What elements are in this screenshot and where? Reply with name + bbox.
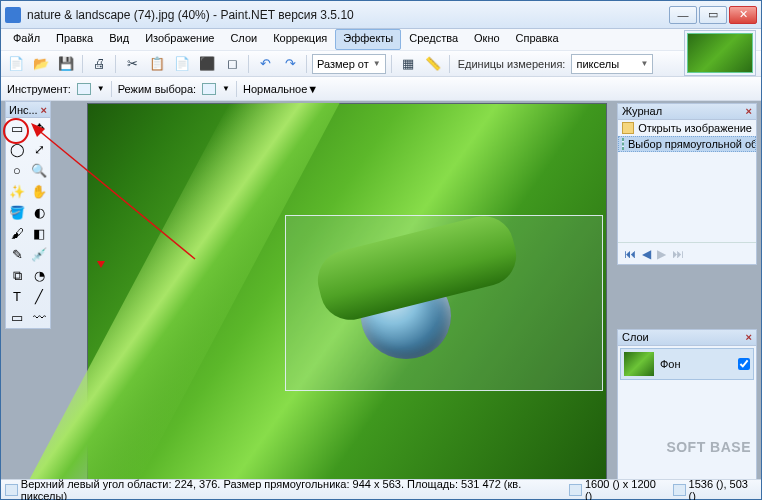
menubar: Файл Правка Вид Изображение Слои Коррекц…	[1, 29, 761, 51]
move-selection-tool[interactable]: ⤢	[28, 139, 50, 160]
canvas[interactable]	[87, 103, 607, 479]
minimize-button[interactable]: —	[669, 6, 697, 24]
open-button[interactable]: 📂	[30, 53, 52, 75]
layers-title: Слои	[622, 331, 649, 344]
grid-button[interactable]: ▦	[397, 53, 419, 75]
ruler-button[interactable]: 📏	[422, 53, 444, 75]
history-close-icon[interactable]: ×	[746, 105, 752, 118]
status-cursor: 1536 (), 503 ()	[689, 478, 757, 501]
gradient-tool[interactable]: ◐	[28, 202, 50, 223]
pan-tool[interactable]: ✋	[28, 181, 50, 202]
toolbox-title: Инс...	[9, 104, 38, 116]
eraser-tool[interactable]: ◧	[28, 223, 50, 244]
layer-visible-checkbox[interactable]	[738, 358, 750, 370]
menu-help[interactable]: Справка	[508, 29, 567, 50]
history-item-rect-select[interactable]: Выбор прямоугольной об...	[618, 136, 756, 152]
zoom-tool[interactable]: 🔍	[28, 160, 50, 181]
menu-effects[interactable]: Эффекты	[335, 29, 401, 50]
menu-file[interactable]: Файл	[5, 29, 48, 50]
workarea: Инс...× ▭ ✥ ◯ ⤢ ○ 🔍 ✨ ✋ 🪣 ◐ 🖌 ◧ ✎ 💉 ⧉ ◔ …	[1, 101, 761, 479]
line-tool[interactable]: ╱	[28, 286, 50, 307]
layers-panel: Слои× Фон	[617, 329, 757, 479]
tool-swatch-icon[interactable]	[77, 83, 91, 95]
text-tool[interactable]: T	[6, 286, 28, 307]
rect-shape-tool[interactable]: ▭	[6, 307, 28, 328]
toolbox-panel: Инс...× ▭ ✥ ◯ ⤢ ○ 🔍 ✨ ✋ 🪣 ◐ 🖌 ◧ ✎ 💉 ⧉ ◔ …	[5, 101, 51, 329]
recolor-tool[interactable]: ◔	[28, 265, 50, 286]
undo-button[interactable]: ↶	[254, 53, 276, 75]
cut-button[interactable]: ✂	[121, 53, 143, 75]
selection-mode-combo[interactable]: Нормальное▼	[243, 83, 343, 95]
clone-tool[interactable]: ⧉	[6, 265, 28, 286]
menu-tools[interactable]: Средства	[401, 29, 466, 50]
redo-button[interactable]: ↷	[279, 53, 301, 75]
freeform-tool[interactable]: 〰	[28, 307, 50, 328]
history-undo-icon[interactable]: ◀	[642, 247, 651, 261]
cursor-pos-icon	[673, 484, 686, 496]
brush-tool[interactable]: 🖌	[6, 223, 28, 244]
window-title: nature & landscape (74).jpg (40%) - Pain…	[27, 8, 669, 22]
paint-bucket-tool[interactable]: 🪣	[6, 202, 28, 223]
paste-button[interactable]: 📄	[171, 53, 193, 75]
size-combo[interactable]: Размер от▼	[312, 54, 386, 74]
close-button[interactable]: ✕	[729, 6, 757, 24]
rect-select-tool[interactable]: ▭	[6, 118, 28, 139]
magic-wand-tool[interactable]: ✨	[6, 181, 28, 202]
watermark: SOFT BASE	[666, 439, 751, 455]
menu-layers[interactable]: Слои	[222, 29, 265, 50]
color-picker-tool[interactable]: 💉	[28, 244, 50, 265]
dimensions-icon	[569, 484, 582, 496]
open-image-icon	[622, 122, 634, 134]
history-nav: ⏮ ◀ ▶ ⏭	[618, 242, 756, 264]
instrument-label: Инструмент:	[7, 83, 71, 95]
save-button[interactable]: 💾	[55, 53, 77, 75]
layer-name: Фон	[660, 358, 681, 370]
selection-info-icon	[5, 484, 18, 496]
print-button[interactable]: 🖨	[88, 53, 110, 75]
status-dimensions: 1600 () x 1200 ()	[585, 478, 665, 501]
layers-close-icon[interactable]: ×	[746, 331, 752, 344]
menu-adjust[interactable]: Коррекция	[265, 29, 335, 50]
document-thumbnail[interactable]	[684, 30, 756, 76]
units-label: Единицы измерения:	[455, 58, 569, 70]
toolbox-close-icon[interactable]: ×	[41, 104, 47, 116]
rect-select-icon	[622, 138, 624, 150]
statusbar: Верхний левый угол области: 224, 376. Ра…	[1, 479, 761, 499]
history-forward-icon[interactable]: ⏭	[672, 247, 684, 261]
lasso-tool[interactable]: ◯	[6, 139, 28, 160]
history-rewind-icon[interactable]: ⏮	[624, 247, 636, 261]
deselect-button[interactable]: ◻	[221, 53, 243, 75]
history-title: Журнал	[622, 105, 662, 118]
history-panel: Журнал× Открыть изображение Выбор прямоу…	[617, 103, 757, 265]
selection-marquee[interactable]	[285, 215, 603, 391]
mode-label: Режим выбора:	[118, 83, 196, 95]
tool-options-bar: Инструмент: ▼ Режим выбора: ▼ Нормальное…	[1, 77, 761, 101]
menu-image[interactable]: Изображение	[137, 29, 222, 50]
app-window: nature & landscape (74).jpg (40%) - Pain…	[0, 0, 762, 500]
history-redo-icon[interactable]: ▶	[657, 247, 666, 261]
copy-button[interactable]: 📋	[146, 53, 168, 75]
app-icon	[5, 7, 21, 23]
new-button[interactable]: 📄	[5, 53, 27, 75]
layer-thumbnail	[624, 352, 654, 376]
history-item-open[interactable]: Открыть изображение	[618, 120, 756, 136]
units-combo[interactable]: пикселы▼	[571, 54, 653, 74]
mode-icon[interactable]	[202, 83, 216, 95]
titlebar: nature & landscape (74).jpg (40%) - Pain…	[1, 1, 761, 29]
maximize-button[interactable]: ▭	[699, 6, 727, 24]
crop-button[interactable]: ⬛	[196, 53, 218, 75]
main-toolbar: 📄 📂 💾 🖨 ✂ 📋 📄 ⬛ ◻ ↶ ↷ Размер от▼ ▦ 📏 Еди…	[1, 51, 761, 77]
layer-item-background[interactable]: Фон	[620, 348, 754, 380]
menu-view[interactable]: Вид	[101, 29, 137, 50]
menu-edit[interactable]: Правка	[48, 29, 101, 50]
menu-window[interactable]: Окно	[466, 29, 508, 50]
pencil-tool[interactable]: ✎	[6, 244, 28, 265]
status-text: Верхний левый угол области: 224, 376. Ра…	[21, 478, 561, 501]
move-tool[interactable]: ✥	[28, 118, 50, 139]
ellipse-select-tool[interactable]: ○	[6, 160, 28, 181]
